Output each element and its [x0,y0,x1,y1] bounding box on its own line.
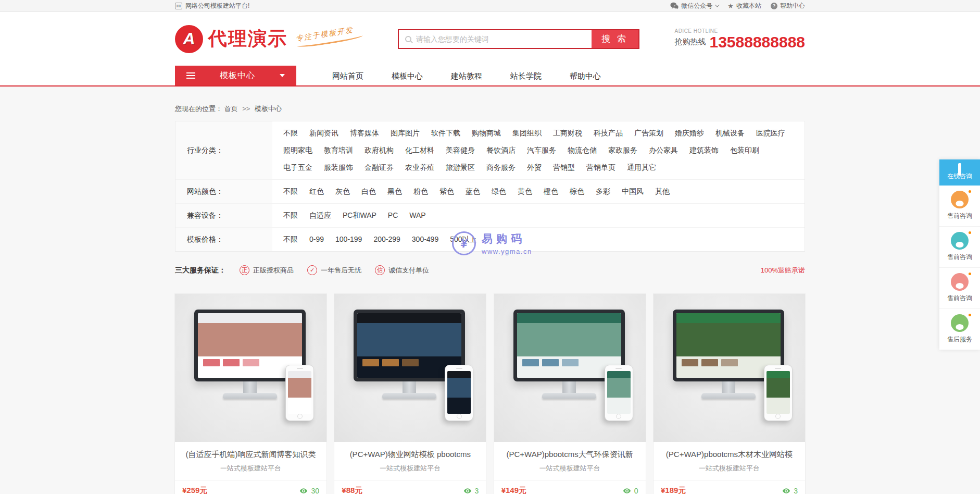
filter-option[interactable]: 通用其它 [622,161,661,174]
filter-option[interactable]: 科技产品 [589,127,627,140]
filter-option[interactable]: 机械设备 [711,127,749,140]
product-title: (PC+WAP)pbootcms木材木业网站模 [661,450,798,460]
consult-item[interactable]: 售前咨询 [939,268,980,309]
logo[interactable]: A 代理演示 专注于模板开发 [175,25,362,53]
filter-option[interactable]: 照明家电 [279,144,317,157]
filter-option[interactable]: WAP [405,209,430,222]
search-input[interactable] [416,30,592,48]
filter-option[interactable]: 黄色 [513,185,537,198]
filter-option[interactable]: 粉色 [409,185,433,198]
search-button[interactable]: 搜 索 [592,30,638,48]
product-card[interactable]: (PC+WAP)物业网站模板 pbootcms 一站式模板建站平台 ¥88元 3 [334,294,486,494]
nav-item[interactable]: 网站首页 [318,66,378,85]
filter-option[interactable]: 软件下载 [426,127,465,140]
help-link[interactable]: ? 帮助中心 [771,2,805,10]
filter-option[interactable]: 0-99 [305,233,329,246]
filter-option[interactable]: 图库图片 [386,127,424,140]
category-menu-button[interactable]: 模板中心 [175,66,296,85]
help-icon: ? [771,3,777,9]
filter-option[interactable]: 服装服饰 [319,161,358,174]
filter-option[interactable]: 电子五金 [279,161,317,174]
product-footer: ¥149元 0 [494,480,646,494]
filter-option[interactable]: 中国风 [617,185,648,198]
filter-option[interactable]: 广告策划 [630,127,668,140]
filter-option[interactable]: 教育培训 [319,144,358,157]
product-views: 0 [623,487,638,494]
favorite-link[interactable]: ★ 收藏本站 [727,2,761,10]
product-card[interactable]: (PC+WAP)pbootcms木材木业网站模 一站式模板建站平台 ¥189元 … [654,294,805,494]
filter-option[interactable]: 红色 [305,185,329,198]
online-consult-button[interactable]: 在线咨询 [939,159,980,186]
product-thumbnail [494,294,646,442]
filter-option[interactable]: 棕色 [565,185,589,198]
screen-content-block [542,359,559,366]
filter-option[interactable]: 200-299 [369,233,405,246]
filter-option[interactable]: 餐饮酒店 [482,144,520,157]
filter-option[interactable]: 集团组织 [508,127,546,140]
filter-option[interactable]: 医院医疗 [751,127,790,140]
nav-item[interactable]: 建站教程 [437,66,496,85]
product-subtitle: 一站式模板建站平台 [182,464,319,473]
guarantee-item: ✓ 一年售后无忧 [307,265,361,275]
filter-option[interactable]: 新闻资讯 [305,127,343,140]
consult-item[interactable]: 售后服务 [939,309,980,350]
consult-item[interactable]: 售前咨询 [939,186,980,227]
nav-item[interactable]: 帮助中心 [556,66,615,85]
filter-option[interactable]: 不限 [279,127,303,140]
product-thumbnail [334,294,486,442]
filter-option[interactable]: 营销单页 [582,161,620,174]
screen-content-block [682,359,698,366]
product-card[interactable]: (自适应手机端)响应式新闻博客知识类 一站式模板建站平台 ¥259元 30 [175,294,326,494]
product-title: (PC+WAP)pbootcms大气环保资讯新 [501,450,638,460]
filter-option[interactable]: 办公家具 [644,144,683,157]
filter-option[interactable]: 农业养殖 [400,161,439,174]
filter-option[interactable]: 100-199 [331,233,367,246]
favorite-label: 收藏本站 [736,2,761,10]
filter-option[interactable]: 黑色 [383,185,407,198]
filter-option[interactable]: 绿色 [487,185,511,198]
filter-option[interactable]: 金融证券 [360,161,398,174]
filter-option[interactable]: 橙色 [539,185,563,198]
guarantee-seal-icon: 信 [375,265,385,275]
filter-option[interactable]: 300-499 [407,233,443,246]
filter-option[interactable]: PC [383,209,403,222]
filter-option[interactable]: 汽车服务 [522,144,561,157]
filter-option[interactable]: 不限 [279,233,303,246]
filter-option[interactable]: 博客媒体 [345,127,384,140]
nav-item[interactable]: 模板中心 [378,66,437,85]
filter-option[interactable]: 商务服务 [482,161,520,174]
filter-option[interactable]: 建筑装饰 [685,144,723,157]
wechat-label: 微信公众号 [681,2,712,10]
filter-option[interactable]: 白色 [357,185,381,198]
filter-option[interactable]: 政府机构 [360,144,398,157]
filter-option[interactable]: 化工材料 [400,144,439,157]
filter-option[interactable]: 紫色 [435,185,459,198]
filter-option[interactable]: 工商财税 [548,127,587,140]
product-price: ¥149元 [501,486,526,494]
breadcrumb-separator: >> [242,105,250,113]
filter-option[interactable]: 包装印刷 [725,144,764,157]
filter-option[interactable]: 购物商城 [467,127,506,140]
filter-option[interactable]: 多彩 [591,185,615,198]
breadcrumb-current: 模板中心 [255,105,282,113]
filter-option[interactable]: 物流仓储 [563,144,601,157]
filter-option[interactable]: 婚庆婚纱 [670,127,709,140]
nav-item[interactable]: 站长学院 [496,66,556,85]
filter-option[interactable]: 旅游景区 [441,161,480,174]
breadcrumb-home-link[interactable]: 首页 [224,105,238,113]
filter-option[interactable]: 不限 [279,209,303,222]
filter-option[interactable]: 自适应 [305,209,336,222]
product-card[interactable]: (PC+WAP)pbootcms大气环保资讯新 一站式模板建站平台 ¥149元 … [494,294,646,494]
wechat-link[interactable]: 微信公众号 [670,2,718,10]
filter-option[interactable]: 美容健身 [441,144,480,157]
filter-option[interactable]: PC和WAP [338,209,381,222]
filter-option[interactable]: 灰色 [331,185,355,198]
filter-option[interactable]: 不限 [279,185,303,198]
guarantee-title: 三大服务保证： [175,266,226,275]
filter-option[interactable]: 其他 [650,185,674,198]
consult-item[interactable]: 售前咨询 [939,227,980,268]
filter-option[interactable]: 营销型 [548,161,580,174]
filter-option[interactable]: 家政服务 [604,144,642,157]
filter-option[interactable]: 外贸 [522,161,546,174]
filter-option[interactable]: 蓝色 [461,185,485,198]
